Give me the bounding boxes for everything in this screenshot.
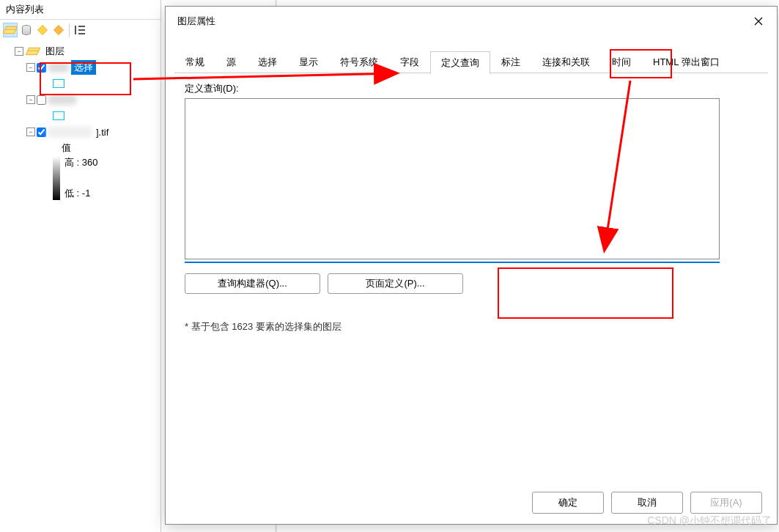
tab-joins-relates[interactable]: 连接和关联 [531, 51, 601, 73]
dialog-title: 图层属性 [177, 15, 215, 28]
tree-layer-2-swatch-row [0, 108, 160, 124]
dialog-body: 定义查询(D): 查询构建器(Q)... 页面定义(P)... * 基于包含 1… [166, 73, 777, 342]
selection-set-note: * 基于包含 1623 要素的选择集的图层 [185, 320, 758, 333]
toolbar-separator [69, 23, 70, 37]
close-icon [754, 17, 763, 26]
database-icon [22, 25, 31, 35]
collapse-icon[interactable]: − [26, 128, 35, 136]
page-definition-button[interactable]: 页面定义(P)... [328, 273, 463, 294]
layers-icon [4, 25, 17, 35]
tab-display[interactable]: 显示 [288, 51, 329, 73]
layer-2-checkbox[interactable] [37, 95, 46, 105]
raster-low: 低 : -1 [64, 187, 98, 200]
raster-gradient [53, 156, 60, 200]
layer-2-swatch [53, 111, 64, 120]
collapse-icon[interactable]: − [15, 47, 23, 56]
collapse-icon[interactable]: − [26, 63, 35, 72]
watermark: CSDN @小钟不想调代码了 [647, 514, 772, 528]
tree-root[interactable]: − 图层 [0, 43, 160, 59]
toc-tool-options[interactable] [73, 23, 87, 37]
ok-button[interactable]: 确定 [532, 492, 604, 514]
layer-3-label: ].tif [93, 126, 111, 138]
layer-3-blurred [48, 127, 92, 137]
tree-layer-3[interactable]: − ].tif [0, 124, 160, 140]
toc-toolbar [0, 20, 160, 40]
tab-fields[interactable]: 字段 [389, 51, 430, 73]
raster-high: 高 : 360 [64, 156, 98, 169]
raster-value-row: 值 [0, 140, 160, 156]
apply-button[interactable]: 应用(A) [690, 492, 762, 514]
query-builder-button[interactable]: 查询构建器(Q)... [185, 273, 320, 294]
tab-selection[interactable]: 选择 [247, 51, 288, 73]
diamond-icon [37, 25, 48, 35]
toc-tool-list-by-visibility[interactable] [35, 23, 50, 37]
raster-value-label: 值 [62, 141, 71, 155]
annotation-box-button [498, 267, 673, 319]
layer-properties-dialog: 图层属性 常规 源 选择 显示 符号系统 字段 定义查询 标注 连接和关联 时间… [165, 6, 778, 525]
toc-tool-list-by-drawing-order[interactable] [3, 23, 18, 37]
tab-labels[interactable]: 标注 [490, 51, 531, 73]
raster-gradient-row: 高 : 360 低 : -1 [0, 156, 160, 200]
tab-source[interactable]: 源 [215, 51, 247, 73]
definition-query-label: 定义查询(D): [185, 82, 758, 95]
toc-tool-list-by-source[interactable] [19, 23, 34, 37]
toc-title: 内容列表 [0, 0, 160, 20]
annotation-box-layer [40, 62, 131, 95]
layers-group-icon [26, 46, 40, 56]
tree-root-label: 图层 [43, 44, 67, 59]
toc-panel: 内容列表 − 图层 − 选择 − [0, 0, 161, 532]
list-icon [75, 26, 85, 34]
tab-strip: 常规 源 选择 显示 符号系统 字段 定义查询 标注 连接和关联 时间 HTML… [166, 51, 777, 73]
annotation-box-tab [610, 49, 672, 78]
collapse-icon[interactable]: − [26, 95, 35, 104]
dialog-close-button[interactable] [743, 10, 774, 33]
raster-minmax: 高 : 360 低 : -1 [64, 156, 98, 200]
tab-symbology[interactable]: 符号系统 [329, 51, 389, 73]
diamond-icon-2 [53, 25, 64, 35]
cancel-button[interactable]: 取消 [611, 492, 683, 514]
toc-tool-list-by-selection[interactable] [51, 23, 66, 37]
dialog-titlebar: 图层属性 [166, 7, 777, 36]
layer-3-checkbox[interactable] [37, 128, 46, 137]
textarea-focus-line [185, 262, 720, 263]
layer-2-blurred [48, 95, 77, 105]
tab-definition-query[interactable]: 定义查询 [430, 51, 490, 74]
dialog-footer: 确定 取消 应用(A) [532, 492, 762, 514]
tab-general[interactable]: 常规 [174, 51, 215, 73]
definition-query-textarea[interactable] [185, 98, 720, 259]
